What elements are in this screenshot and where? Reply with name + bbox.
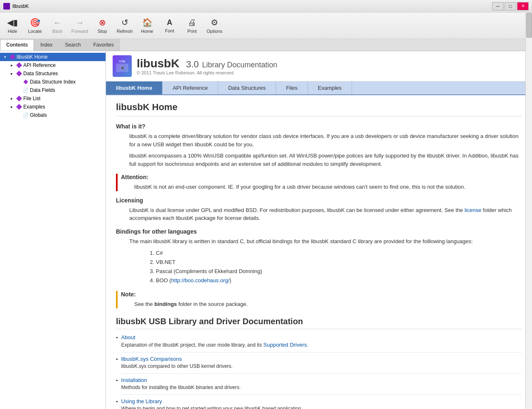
note-heading: Note: <box>121 291 522 298</box>
bindings-list: C# VB.NET Pascal (Compliments of Ekkehar… <box>116 249 522 285</box>
page-icon-gl: 📄 <box>22 112 29 118</box>
sidebar-item-api-reference[interactable]: ▸ API Reference <box>0 61 106 69</box>
header-title: libusbK <box>137 57 180 70</box>
binding-item-2: Pascal (Compliments of Ekkehard Domning) <box>156 267 522 276</box>
home-button[interactable]: 🏠 Home <box>136 14 158 37</box>
maximize-button[interactable]: □ <box>505 2 516 10</box>
minimize-button[interactable]: ─ <box>492 2 504 10</box>
nav-tabs: Contents Index Search Favorites <box>0 39 532 51</box>
expander-libusbk-home[interactable]: ▾ <box>2 54 8 60</box>
print-label: Print <box>187 29 197 34</box>
sidebar-item-file-list[interactable]: ▸ File List <box>0 94 106 103</box>
home-icon: 🏠 <box>142 17 153 27</box>
bindings-intro: The main libusbK library is written in s… <box>116 237 522 246</box>
window-controls[interactable]: ─ □ ✕ <box>492 2 529 10</box>
stop-icon: ⊗ <box>99 17 106 27</box>
link-item-about: • About Explanation of the libusbK proje… <box>116 334 522 352</box>
print-button[interactable]: 🖨 Print <box>181 14 203 37</box>
font-button[interactable]: A Font <box>159 14 180 37</box>
sidebar-label-dsi: Data Structure Index <box>30 79 76 85</box>
font-icon: A <box>167 18 172 27</box>
close-button[interactable]: ✕ <box>517 2 529 10</box>
bullet-about: • <box>116 335 118 341</box>
attention-heading: Attention: <box>121 174 522 180</box>
sidebar-item-examples[interactable]: ▸ Examples <box>0 103 106 111</box>
link-block-using-library: Using the Library Where to begin and how… <box>121 398 522 409</box>
bullet-installation: • <box>116 377 118 384</box>
forward-icon: → <box>76 18 84 27</box>
what-is-it-para1: libusbK is a complete driver/library sol… <box>116 132 522 148</box>
sidebar-label-api: API Reference <box>23 62 56 68</box>
tab-contents[interactable]: Contents <box>0 39 34 51</box>
note-text: See the bindings folder in the source pa… <box>121 300 522 308</box>
content-scroll[interactable]: libusbK Home What is it? libusbK is a co… <box>106 95 532 409</box>
content-tab-ds[interactable]: Data Structures <box>218 81 276 94</box>
about-link[interactable]: About <box>121 334 135 340</box>
sidebar-item-globals[interactable]: 📄 Globals <box>0 111 106 119</box>
header-copyright: © 2011 Travis Lee Robinson. All rights r… <box>137 70 525 75</box>
diamond-icon-dsi <box>22 79 29 85</box>
hide-label: Hide <box>8 29 17 34</box>
binding-item-1: VB.NET <box>156 258 522 267</box>
sidebar-item-libusbk-home[interactable]: ▾ libusbK Home <box>0 53 106 61</box>
title-bar: libusbK ─ □ ✕ <box>0 0 532 12</box>
logo: USB 🔌 <box>113 55 132 77</box>
refresh-button[interactable]: ↺ Refresh <box>114 14 135 37</box>
installation-link[interactable]: Installation <box>121 377 147 383</box>
stop-button[interactable]: ⊗ Stop <box>91 14 113 37</box>
locate-button[interactable]: 🎯 Locate <box>24 14 46 37</box>
diamond-icon-home <box>9 54 16 60</box>
link-block-installation: Installation Methods for installing the … <box>121 377 522 395</box>
options-button[interactable]: ⚙ Options <box>204 14 225 37</box>
diamond-icon-ds <box>16 70 22 77</box>
expander-ex[interactable]: ▸ <box>8 103 15 110</box>
content-tab-api[interactable]: API Reference <box>163 81 218 94</box>
attention-box: Attention: libusbK is not an end-user co… <box>116 174 522 191</box>
binding-item-0: C# <box>156 249 522 258</box>
expander-dsi <box>15 79 22 85</box>
expander-ds[interactable]: ▸ <box>8 70 15 77</box>
diamond-icon-ex <box>16 103 22 110</box>
expander-gl <box>15 112 22 118</box>
forward-button[interactable]: → Forward <box>69 14 91 37</box>
content-header: USB 🔌 libusbK 3.0 Library Documentation … <box>106 51 532 81</box>
license-link[interactable]: license <box>465 207 481 213</box>
main-layout: ▾ libusbK Home ▸ API Reference ▸ Data St… <box>0 51 532 409</box>
sidebar-label-df: Data Fields <box>30 87 55 93</box>
sidebar-item-dsi[interactable]: Data Structure Index <box>0 78 106 86</box>
page-icon-df: 📄 <box>22 87 29 94</box>
content-tab-home[interactable]: libusbK Home <box>106 81 163 94</box>
using-library-link[interactable]: Using the Library <box>121 398 162 404</box>
tab-favorites[interactable]: Favorites <box>87 39 120 51</box>
forward-label: Forward <box>71 29 88 34</box>
content-tab-files[interactable]: Files <box>276 81 308 94</box>
scrollbar-thumb[interactable] <box>526 13 532 38</box>
libusbk-sys-link[interactable]: libusbK.sys Comparisons <box>121 356 182 362</box>
expander-api[interactable]: ▸ <box>8 62 15 69</box>
header-subtitle: Library Documentation <box>202 61 277 69</box>
sidebar-item-data-structures[interactable]: ▸ Data Structures <box>0 69 106 78</box>
scrollbar[interactable] <box>525 12 532 409</box>
tab-search[interactable]: Search <box>59 39 87 51</box>
back-button[interactable]: ← Back <box>47 14 68 37</box>
tab-index[interactable]: Index <box>34 39 59 51</box>
supported-drivers-link[interactable]: Supported Drivers. <box>264 342 308 348</box>
bullet-libusbk-sys: • <box>116 356 118 362</box>
sidebar-item-data-fields[interactable]: 📄 Data Fields <box>0 86 106 94</box>
diamond-icon-api <box>16 62 22 69</box>
locate-icon: 🎯 <box>30 17 40 27</box>
content-nav: libusbK Home API Reference Data Structur… <box>106 81 532 95</box>
locate-label: Locate <box>28 29 42 34</box>
hide-button[interactable]: ◀▮ Hide <box>2 14 23 37</box>
libusbk-sys-desc: libusbK.sys compared to other USB kernel… <box>121 363 522 370</box>
page-title: libusbK Home <box>116 102 522 116</box>
using-library-desc: Where to begin and how to get started wr… <box>121 405 522 409</box>
content-tab-examples[interactable]: Examples <box>308 81 352 94</box>
bullet-using-library: • <box>116 399 118 405</box>
content-area: USB 🔌 libusbK 3.0 Library Documentation … <box>106 51 532 409</box>
expander-fl[interactable]: ▸ <box>8 95 15 102</box>
header-version: 3.0 <box>186 59 199 70</box>
back-icon: ← <box>53 18 62 27</box>
note-box: Note: See the bindings folder in the sou… <box>116 291 522 308</box>
boo-link[interactable]: http://boo.codehaus.org/ <box>171 277 229 283</box>
